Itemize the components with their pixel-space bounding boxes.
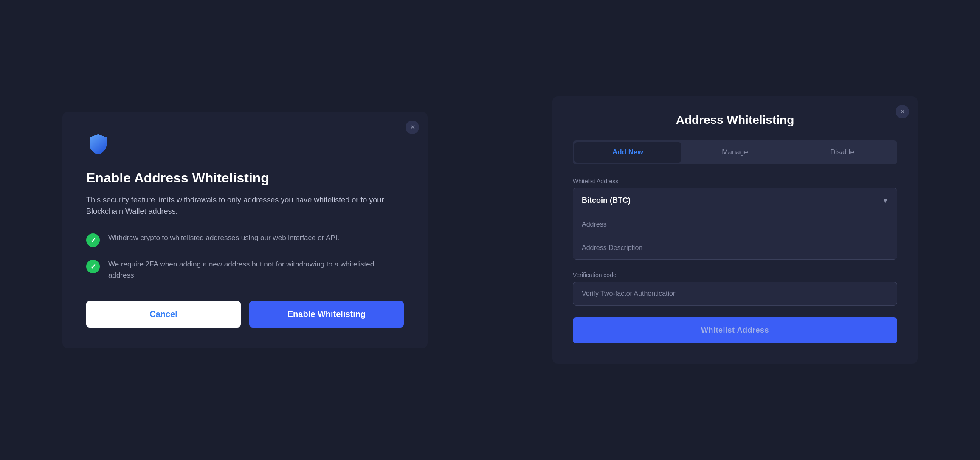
address-input[interactable]: [573, 213, 897, 236]
tab-add-new[interactable]: Add New: [574, 142, 681, 163]
feature-item-2: We require 2FA when adding a new address…: [86, 259, 404, 280]
feature-text-1: Withdraw crypto to whitelisted addresses…: [108, 233, 339, 244]
right-panel: ✕ Address Whitelisting Add New Manage Di…: [490, 0, 980, 460]
feature-item-1: Withdraw crypto to whitelisted addresses…: [86, 233, 404, 247]
chevron-down-icon: ▼: [882, 197, 888, 204]
modal-title-left: Enable Address Whitelisting: [86, 170, 404, 186]
enable-whitelisting-modal: ✕ Enable Address Whitelisting This secur…: [62, 112, 428, 348]
whitelist-address-label: Whitelist Address: [573, 178, 897, 185]
tab-manage[interactable]: Manage: [682, 142, 789, 163]
cancel-button[interactable]: Cancel: [86, 301, 241, 328]
feature-list: Withdraw crypto to whitelisted addresses…: [86, 233, 404, 280]
modal-title-right: Address Whitelisting: [573, 113, 897, 127]
feature-text-2: We require 2FA when adding a new address…: [108, 259, 404, 280]
verification-label: Verification code: [573, 272, 897, 278]
tab-disable[interactable]: Disable: [789, 142, 896, 163]
shield-icon: [86, 132, 404, 158]
button-row: Cancel Enable Whitelisting: [86, 301, 404, 328]
verification-section: Verification code: [573, 272, 897, 306]
verification-input[interactable]: [573, 282, 897, 306]
check-icon-2: [86, 260, 100, 273]
address-description-input[interactable]: [573, 236, 897, 259]
modal-description: This security feature limits withdrawals…: [86, 194, 404, 217]
close-button-right[interactable]: ✕: [896, 105, 909, 118]
address-whitelisting-modal: ✕ Address Whitelisting Add New Manage Di…: [552, 96, 918, 364]
check-icon-1: [86, 233, 100, 247]
tab-row: Add New Manage Disable: [573, 140, 897, 164]
left-panel: ✕ Enable Address Whitelisting This secur…: [0, 0, 490, 460]
close-button-left[interactable]: ✕: [406, 121, 419, 134]
enable-whitelisting-button[interactable]: Enable Whitelisting: [249, 301, 404, 328]
whitelist-address-section: Whitelist Address Bitcoin (BTC) ▼: [573, 178, 897, 260]
currency-dropdown[interactable]: Bitcoin (BTC) ▼: [573, 188, 897, 213]
dropdown-value: Bitcoin (BTC): [582, 196, 631, 205]
whitelist-address-button[interactable]: Whitelist Address: [573, 317, 897, 343]
whitelist-form: Bitcoin (BTC) ▼: [573, 188, 897, 260]
